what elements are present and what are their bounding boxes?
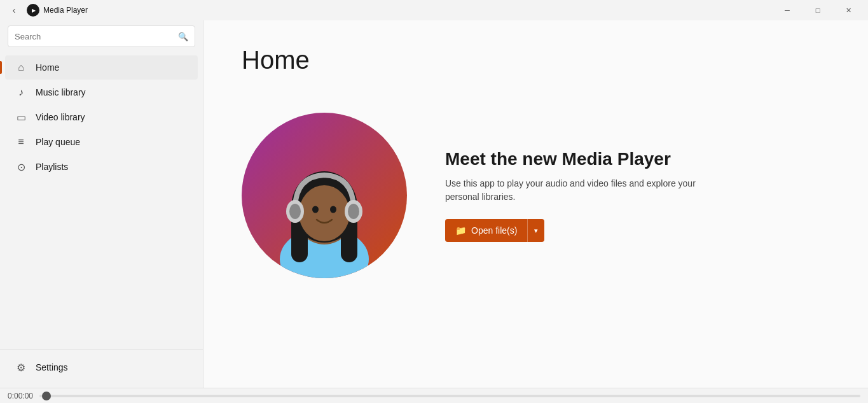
sidebar-item-play-queue[interactable]: ≡ Play queue xyxy=(5,130,198,154)
svg-point-7 xyxy=(312,206,319,213)
sidebar-item-music-library[interactable]: ♪ Music library xyxy=(5,80,198,104)
sidebar: 🔍 ⌂ Home ♪ Music library ▭ Video library… xyxy=(0,20,203,388)
page-title: Home xyxy=(242,46,830,74)
video-icon: ▭ xyxy=(15,111,27,123)
maximize-button[interactable]: □ xyxy=(803,0,832,20)
hero-heading: Meet the new Media Player xyxy=(445,149,712,169)
app-logo-icon xyxy=(27,4,39,17)
open-files-button[interactable]: 📁 Open file(s) xyxy=(445,219,527,242)
app-body: 🔍 ⌂ Home ♪ Music library ▭ Video library… xyxy=(0,20,868,388)
sidebar-nav: ⌂ Home ♪ Music library ▭ Video library ≡… xyxy=(0,52,203,349)
window-controls: ─ □ ✕ xyxy=(773,0,863,20)
svg-point-8 xyxy=(330,206,336,213)
progress-track[interactable] xyxy=(39,395,860,397)
home-icon: ⌂ xyxy=(15,62,27,73)
sidebar-item-settings[interactable]: ⚙ Settings xyxy=(5,355,198,379)
open-files-label: Open file(s) xyxy=(471,225,517,236)
queue-icon: ≡ xyxy=(15,136,27,148)
sidebar-item-video-library[interactable]: ▭ Video library xyxy=(5,105,198,129)
playlist-icon: ⊙ xyxy=(15,161,27,173)
search-box[interactable]: 🔍 xyxy=(8,25,195,47)
hero-text: Meet the new Media Player Use this app t… xyxy=(445,149,712,242)
minimize-button[interactable]: ─ xyxy=(773,0,802,20)
progress-thumb[interactable] xyxy=(42,392,51,400)
hero-subtext: Use this app to play your audio and vide… xyxy=(445,177,712,204)
back-button[interactable]: ‹ xyxy=(5,1,23,19)
open-files-dropdown-button[interactable]: ▾ xyxy=(527,219,544,242)
sidebar-item-home[interactable]: ⌂ Home xyxy=(5,55,198,80)
progress-bar-container: 0:00:00 xyxy=(0,388,868,403)
main-content: Home xyxy=(203,20,868,388)
titlebar: ‹ Media Player ─ □ ✕ xyxy=(0,0,868,20)
svg-point-6 xyxy=(299,185,350,241)
sidebar-item-home-label: Home xyxy=(36,62,59,73)
open-files-button-group: 📁 Open file(s) ▾ xyxy=(445,219,544,242)
sidebar-item-play-queue-label: Play queue xyxy=(36,137,80,147)
settings-icon: ⚙ xyxy=(15,362,27,373)
current-time: 0:00:00 xyxy=(8,392,33,400)
sidebar-item-music-library-label: Music library xyxy=(36,87,86,97)
sidebar-item-playlists[interactable]: ⊙ Playlists xyxy=(5,155,198,179)
hero-section: Meet the new Media Player Use this app t… xyxy=(242,113,830,278)
sidebar-item-settings-label: Settings xyxy=(36,362,68,372)
folder-icon: 📁 xyxy=(455,225,466,236)
sidebar-bottom: ⚙ Settings xyxy=(0,349,203,388)
sidebar-item-playlists-label: Playlists xyxy=(36,162,68,172)
search-input[interactable] xyxy=(15,32,173,41)
chevron-down-icon: ▾ xyxy=(534,227,538,235)
app-title: Media Player xyxy=(43,6,773,15)
close-button[interactable]: ✕ xyxy=(834,0,863,20)
sidebar-item-video-library-label: Video library xyxy=(36,112,85,122)
hero-avatar xyxy=(242,113,407,278)
music-icon: ♪ xyxy=(15,87,27,98)
svg-point-12 xyxy=(348,204,359,219)
search-icon: 🔍 xyxy=(178,32,188,41)
svg-point-10 xyxy=(289,204,301,219)
